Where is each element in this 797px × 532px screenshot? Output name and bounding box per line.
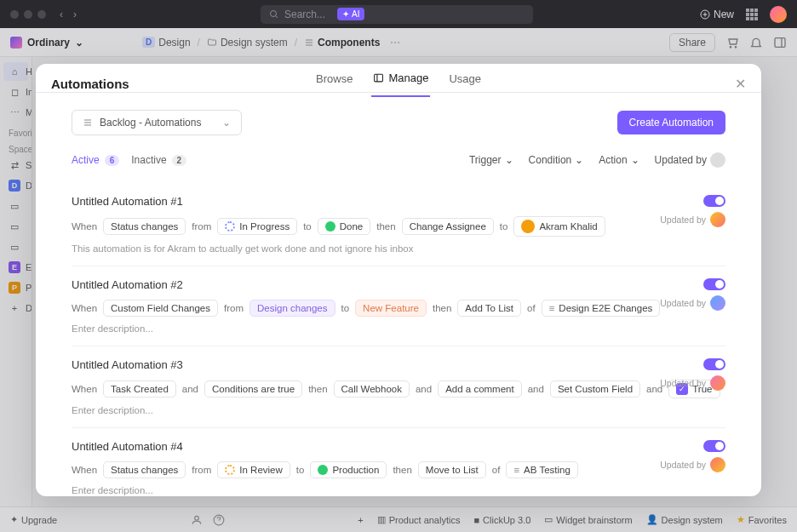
rule-connector: and [528, 384, 544, 394]
automation-toggle[interactable] [703, 358, 725, 370]
chevron-down-icon: ⌄ [505, 154, 513, 166]
filter-trigger[interactable]: Trigger ⌄ [469, 152, 513, 168]
automation-description[interactable]: Enter description... [72, 485, 725, 495]
rule-connector: and [182, 384, 198, 394]
forward-button[interactable]: › [73, 9, 77, 20]
new-button[interactable]: New [700, 9, 734, 20]
rule-chip[interactable]: ≡Design E2E Changes [542, 300, 661, 317]
rule-chip[interactable]: In Progress [217, 218, 297, 235]
avatar-icon [710, 295, 725, 311]
svg-line-1 [275, 15, 278, 18]
rule-chip[interactable]: Design changes [249, 300, 335, 317]
modal-header: Automations Browse Manage Usage ✕ [36, 64, 761, 92]
automation-meta: Updated by [660, 195, 725, 227]
avatar-icon [710, 457, 725, 472]
automation-description[interactable]: Enter description... [72, 323, 725, 334]
user-avatar[interactable] [770, 6, 787, 23]
rule-connector: from [192, 221, 211, 232]
rule-chip[interactable]: Task Created [103, 380, 176, 398]
rule-connector: When [72, 465, 97, 475]
list-icon: ≡ [513, 465, 519, 475]
filter-updated-by[interactable]: Updated by [655, 152, 725, 168]
automations-modal: Automations Browse Manage Usage ✕ Backlo… [36, 64, 761, 496]
rule-connector: from [224, 303, 244, 313]
rule-connector: then [376, 221, 395, 232]
avatar-icon [710, 152, 725, 168]
automation-meta: Updated by [660, 358, 725, 391]
rule-chip[interactable]: In Review [217, 461, 290, 478]
rule-connector: of [527, 303, 536, 313]
avatar-icon [710, 212, 725, 227]
tab-manage[interactable]: Manage [371, 72, 430, 97]
modal-tabs: Browse Manage Usage [314, 72, 483, 97]
rule-chip[interactable]: Add To List [457, 300, 521, 317]
rule-connector: When [72, 384, 97, 394]
automation-title: Untitled Automation #1 [72, 195, 725, 208]
rule-connector: to [500, 221, 508, 232]
search-input[interactable]: Search... ✦ AI [261, 5, 533, 24]
status-review-icon [225, 465, 235, 475]
rule-chip[interactable]: Status changes [103, 461, 186, 478]
select-label: Backlog - Automations [100, 117, 201, 129]
rule-connector: to [341, 303, 350, 313]
rule-chip[interactable]: Call Webhook [334, 380, 410, 398]
search-placeholder: Search... [284, 9, 325, 20]
rule-chip[interactable]: Done [318, 218, 371, 235]
status-progress-icon [225, 221, 235, 232]
rule-chip[interactable]: Set Custom Field [550, 380, 640, 398]
rule-chip[interactable]: Conditions are true [204, 380, 302, 398]
updated-by: Updated by [660, 295, 725, 311]
chevron-down-icon: ⌄ [222, 117, 231, 129]
rule-chip[interactable]: Change Assignee [402, 218, 494, 235]
count-badge: 2 [172, 155, 187, 166]
rule-chip[interactable]: Add a comment [438, 380, 522, 398]
avatar-icon [710, 375, 725, 391]
automation-description[interactable]: This automation is for Akram to actually… [72, 243, 725, 254]
list-icon: ≡ [549, 303, 555, 313]
automation-toggle[interactable] [703, 440, 725, 452]
window-titlebar: ‹ › Search... ✦ AI New [0, 0, 797, 28]
rule-chip[interactable]: Move to List [418, 461, 486, 478]
ai-badge[interactable]: ✦ AI [337, 8, 364, 20]
close-button[interactable]: ✕ [735, 76, 746, 92]
create-automation-button[interactable]: Create Automation [617, 111, 725, 134]
automation-toggle[interactable] [703, 195, 725, 207]
automation-toggle[interactable] [703, 278, 725, 290]
tab-browse[interactable]: Browse [314, 72, 354, 97]
count-badge: 6 [105, 155, 120, 166]
filter-action[interactable]: Action ⌄ [599, 152, 639, 168]
back-button[interactable]: ‹ [60, 9, 63, 20]
filter-active[interactable]: Active 6 [72, 154, 119, 166]
automation-meta: Updated by [660, 278, 725, 311]
list-icon [83, 117, 93, 128]
rule-chip[interactable]: Production [310, 461, 387, 478]
rule-connector: and [416, 384, 432, 394]
rule-chip[interactable]: ≡AB Testing [506, 461, 577, 478]
updated-by: Updated by [660, 375, 725, 391]
rule-connector: When [72, 221, 97, 232]
automation-description[interactable]: Enter description... [72, 405, 725, 415]
automation-item[interactable]: Untitled Automation #2WhenCustom Field C… [72, 266, 725, 346]
rule-chip[interactable]: Status changes [103, 218, 186, 235]
modal-title: Automations [51, 77, 129, 91]
rule-connector: then [433, 303, 451, 313]
filter-inactive[interactable]: Inactive 2 [131, 154, 186, 166]
automation-item[interactable]: Untitled Automation #1WhenStatus changes… [72, 183, 725, 266]
automation-scope-select[interactable]: Backlog - Automations ⌄ [72, 110, 242, 135]
rule-connector: When [72, 303, 97, 313]
chevron-down-icon: ⌄ [631, 154, 639, 166]
rule-chip[interactable]: New Feature [355, 300, 427, 317]
tab-usage[interactable]: Usage [447, 72, 483, 97]
automation-item[interactable]: Untitled Automation #3WhenTask Createdan… [72, 346, 725, 428]
automation-rule: WhenTask CreatedandConditions are trueth… [72, 380, 725, 398]
manage-icon [373, 72, 384, 83]
automation-rule: WhenStatus changesfromIn ProgresstoDonet… [72, 216, 725, 237]
rule-connector: then [308, 384, 327, 394]
rule-connector: from [192, 465, 211, 475]
filter-condition[interactable]: Condition ⌄ [529, 152, 584, 168]
apps-icon[interactable] [746, 9, 758, 20]
rule-chip[interactable]: Custom Field Changes [103, 300, 218, 317]
rule-chip[interactable]: Akram Khalid [513, 216, 605, 237]
automation-item[interactable]: Untitled Automation #4WhenStatus changes… [72, 428, 725, 496]
rule-connector: to [296, 465, 305, 475]
